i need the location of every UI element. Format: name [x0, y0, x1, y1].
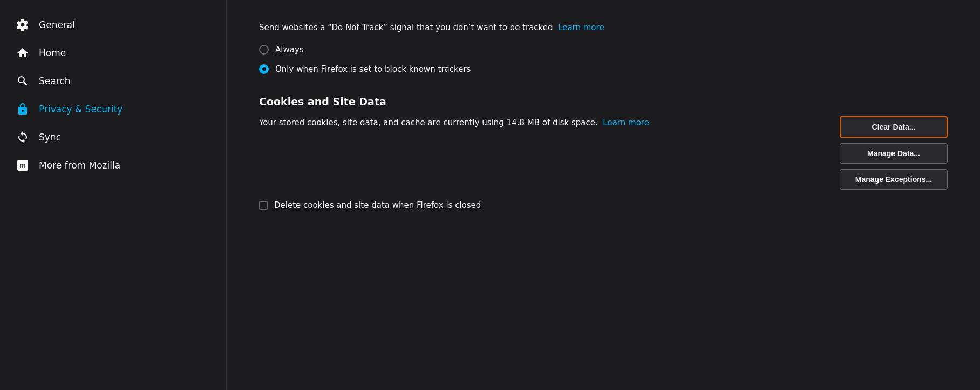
radio-always-circle — [259, 45, 269, 55]
manage-data-button[interactable]: Manage Data... — [840, 143, 948, 164]
sidebar-item-home[interactable]: Home — [0, 39, 226, 67]
sidebar: General Home Search Privacy & Security — [0, 0, 227, 390]
sidebar-item-search-label: Search — [39, 76, 70, 86]
do-not-track-description: Send websites a “Do Not Track” signal th… — [259, 22, 948, 34]
delete-cookies-row[interactable]: Delete cookies and site data when Firefo… — [259, 200, 948, 210]
home-icon — [15, 46, 30, 59]
delete-cookies-label: Delete cookies and site data when Firefo… — [274, 200, 481, 210]
do-not-track-radio-group: Always Only when Firefox is set to block… — [259, 45, 948, 74]
sidebar-item-privacy[interactable]: Privacy & Security — [0, 95, 226, 123]
sidebar-item-privacy-label: Privacy & Security — [39, 104, 122, 115]
cookies-title: Cookies and Site Data — [259, 96, 948, 107]
gear-icon — [15, 18, 30, 31]
radio-always[interactable]: Always — [259, 45, 948, 55]
clear-data-button[interactable]: Clear Data... — [840, 116, 948, 138]
delete-cookies-checkbox[interactable] — [259, 201, 268, 210]
do-not-track-section: Send websites a “Do Not Track” signal th… — [259, 22, 948, 74]
radio-trackers-circle — [259, 64, 269, 74]
sidebar-item-home-label: Home — [39, 48, 66, 58]
svg-text:m: m — [19, 162, 26, 170]
radio-always-label: Always — [275, 45, 304, 55]
do-not-track-learn-more[interactable]: Learn more — [558, 23, 604, 32]
sidebar-item-sync[interactable]: Sync — [0, 123, 226, 151]
lock-icon — [15, 103, 30, 116]
sync-icon — [15, 131, 30, 144]
sidebar-item-mozilla-label: More from Mozilla — [39, 160, 120, 171]
sidebar-item-general-label: General — [39, 19, 75, 30]
cookies-section: Cookies and Site Data Your stored cookie… — [259, 96, 948, 210]
sidebar-item-mozilla[interactable]: m More from Mozilla — [0, 151, 226, 179]
cookies-buttons: Clear Data... Manage Data... Manage Exce… — [840, 116, 948, 190]
radio-trackers-label: Only when Firefox is set to block known … — [275, 64, 471, 74]
search-icon — [15, 75, 30, 88]
manage-exceptions-button[interactable]: Manage Exceptions... — [840, 169, 948, 190]
sidebar-item-sync-label: Sync — [39, 132, 61, 143]
cookies-row: Your stored cookies, site data, and cach… — [259, 116, 948, 190]
radio-only-trackers[interactable]: Only when Firefox is set to block known … — [259, 64, 948, 74]
sidebar-item-search[interactable]: Search — [0, 67, 226, 95]
cookies-text-area: Your stored cookies, site data, and cach… — [259, 116, 745, 140]
cookies-learn-more[interactable]: Learn more — [603, 118, 649, 127]
mozilla-icon: m — [15, 159, 30, 172]
sidebar-item-general[interactable]: General — [0, 11, 226, 39]
cookies-description: Your stored cookies, site data, and cach… — [259, 116, 745, 129]
main-content: Send websites a “Do Not Track” signal th… — [227, 0, 980, 390]
